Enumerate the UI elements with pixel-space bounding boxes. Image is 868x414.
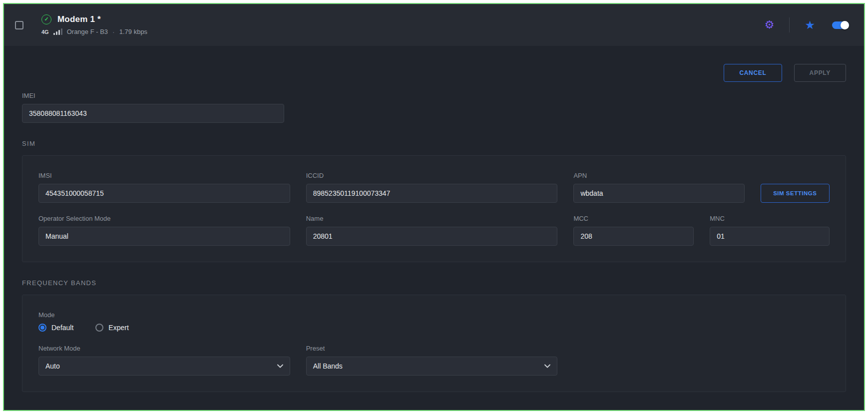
sim-settings-button[interactable]: SIM SETTINGS (761, 184, 830, 203)
network-mode-label: Network Mode (38, 345, 290, 352)
network-mode-select[interactable]: Auto (38, 357, 290, 376)
mode-label: Mode (38, 311, 830, 319)
imsi-label: IMSI (38, 172, 290, 179)
operator-name-label: Name (306, 215, 558, 222)
preset-select[interactable]: All Bands (306, 357, 558, 376)
imei-label: IMEI (22, 92, 284, 99)
frequency-bands-section-label: FREQUENCY BANDS (22, 279, 846, 287)
operator-selection-mode-field: Operator Selection Mode (38, 215, 290, 246)
sim-settings-wrap: SIM SETTINGS (761, 172, 830, 203)
modem-header-info: ✓ Modem 1 * 4G Orange F - B3 · 1.79 kbps (41, 14, 147, 36)
preset-value: All Bands (313, 362, 343, 370)
sim-row-1: IMSI ICCID APN SIM SETTINGS (38, 172, 830, 203)
network-mode-value: Auto (45, 362, 60, 370)
sim-panel: IMSI ICCID APN SIM SETTINGS Operator Sel (22, 155, 846, 262)
mnc-input[interactable] (710, 227, 830, 246)
network-mode-field: Network Mode Auto (38, 345, 290, 376)
status-ok-icon: ✓ (41, 14, 51, 24)
network-type-label: 4G (41, 29, 49, 35)
chevron-down-icon (544, 364, 550, 368)
signal-bars-icon (53, 28, 62, 35)
apply-button[interactable]: APPLY (794, 64, 846, 82)
operator-selection-mode-label: Operator Selection Mode (38, 215, 290, 222)
apn-input[interactable] (573, 184, 744, 203)
apn-label: APN (573, 172, 744, 179)
mode-default-label: Default (51, 324, 73, 332)
radio-unselected-icon (95, 324, 103, 332)
operator-label: Orange F - B3 (67, 28, 108, 35)
operator-selection-mode-input[interactable] (38, 227, 290, 246)
modem-header: ✓ Modem 1 * 4G Orange F - B3 · 1.79 kbps… (4, 4, 864, 46)
modem-title: Modem 1 * (57, 14, 101, 24)
mcc-label: MCC (573, 215, 694, 222)
favorite-star-icon[interactable]: ★ (805, 19, 815, 31)
modem-card: ✓ Modem 1 * 4G Orange F - B3 · 1.79 kbps… (3, 3, 865, 411)
modem-settings-body: CANCEL APPLY IMEI SIM IMSI ICCID APN (4, 46, 864, 411)
operator-name-field: Name (306, 215, 558, 246)
mode-radio-expert[interactable]: Expert (95, 324, 128, 332)
frequency-bands-panel: Mode Default Expert Network Mode Auto (22, 295, 846, 392)
mode-radio-default[interactable]: Default (38, 324, 73, 332)
mode-expert-label: Expert (108, 324, 128, 332)
frequency-selects-row: Network Mode Auto Preset All Bands (38, 345, 830, 376)
sim-row-2: Operator Selection Mode Name MCC MNC (38, 215, 830, 246)
header-divider (789, 17, 790, 32)
iccid-input[interactable] (306, 184, 558, 203)
form-actions-row: CANCEL APPLY (22, 64, 846, 82)
header-actions: ⚙ ★ (765, 17, 849, 32)
iccid-field: ICCID (306, 172, 558, 203)
modem-subtitle-row: 4G Orange F - B3 · 1.79 kbps (41, 28, 147, 36)
speed-label: 1.79 kbps (119, 28, 147, 35)
preset-field: Preset All Bands (306, 345, 558, 376)
mcc-field: MCC (573, 215, 694, 246)
cancel-button[interactable]: CANCEL (724, 64, 782, 82)
imei-input[interactable] (22, 104, 284, 123)
imsi-input[interactable] (38, 184, 290, 203)
imei-field: IMEI (22, 92, 284, 123)
mnc-field: MNC (710, 215, 830, 246)
toggle-knob (841, 21, 849, 29)
mnc-label: MNC (710, 215, 830, 222)
modem-select-checkbox[interactable] (15, 21, 23, 29)
chevron-down-icon (277, 364, 283, 368)
iccid-label: ICCID (306, 172, 558, 179)
sim-section-label: SIM (22, 140, 846, 147)
separator-dot: · (112, 28, 115, 36)
preset-label: Preset (306, 345, 558, 352)
apn-field: APN (573, 172, 744, 203)
radio-selected-icon (38, 324, 46, 332)
modem-enabled-toggle[interactable] (832, 21, 849, 29)
modem-title-row: ✓ Modem 1 * (41, 14, 147, 24)
mcc-input[interactable] (573, 227, 694, 246)
settings-gear-icon[interactable]: ⚙ (765, 19, 775, 30)
imsi-field: IMSI (38, 172, 290, 203)
mode-radio-group: Default Expert (38, 324, 830, 332)
operator-name-input[interactable] (306, 227, 558, 246)
